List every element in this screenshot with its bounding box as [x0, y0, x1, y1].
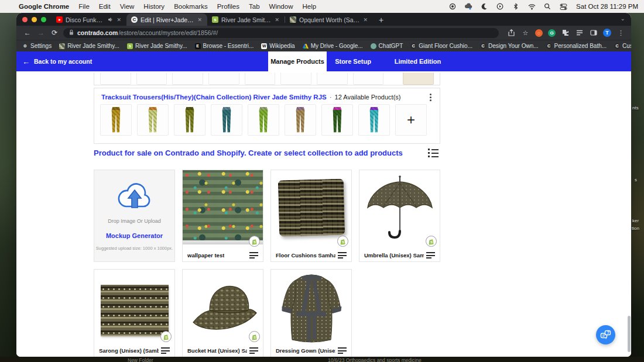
- trouser-thumbnail-4[interactable]: [211, 104, 242, 136]
- trouser-thumbnail-1[interactable]: [100, 104, 132, 136]
- trouser-thumbnail-3[interactable]: [174, 104, 205, 136]
- product-card-bucket-hat[interactable]: S Bucket Hat (Unisex) Sa...: [182, 269, 263, 357]
- do-not-disturb-moon-icon[interactable]: [480, 2, 488, 11]
- minimize-window-button[interactable]: [32, 17, 37, 22]
- reload-button[interactable]: ⟳: [50, 29, 60, 37]
- new-tab-button[interactable]: +: [373, 15, 389, 26]
- menu-window[interactable]: Window: [269, 3, 293, 10]
- zoom-window-button[interactable]: [41, 17, 46, 22]
- reading-list-icon[interactable]: [575, 29, 584, 37]
- tab-audio-icon[interactable]: [108, 16, 113, 23]
- bluetooth-icon[interactable]: [512, 2, 520, 11]
- close-tab-icon[interactable]: ✕: [197, 17, 203, 23]
- product-card-umbrella[interactable]: S Umbrella (Unisex) Samh...: [359, 170, 440, 262]
- spotlight-search-icon[interactable]: [543, 2, 551, 11]
- close-window-button[interactable]: [22, 17, 28, 22]
- menu-help[interactable]: Help: [302, 3, 316, 10]
- side-panel-icon[interactable]: [589, 29, 598, 37]
- menu-view[interactable]: View: [120, 3, 135, 10]
- bookmark-settings[interactable]: ⚙Settings: [22, 43, 52, 49]
- product-thumbnail[interactable]: [353, 73, 384, 85]
- product-thumbnail[interactable]: [245, 73, 276, 85]
- bookmark-river-jade-smithy-shopify[interactable]: sRiver Jade Smithy...: [127, 43, 187, 49]
- back-button[interactable]: ←: [22, 29, 32, 37]
- share-icon[interactable]: [507, 29, 516, 37]
- extensions-puzzle-icon[interactable]: [561, 29, 570, 37]
- bookmark-my-drive[interactable]: My Drive - Google...: [303, 43, 363, 49]
- record-icon[interactable]: [448, 2, 457, 11]
- browser-menu-kebab-icon[interactable]: ⋮: [616, 29, 625, 37]
- menu-bookmarks[interactable]: Bookmarks: [174, 3, 208, 10]
- tab-river-jade-smithy-collection[interactable]: s River Jade Smithy - Collection ✕: [207, 13, 285, 26]
- tab-limited-edition[interactable]: Limited Edition: [384, 51, 451, 71]
- page-scrollbar-thumb[interactable]: [628, 316, 631, 352]
- bookmark-river-jade-smithy[interactable]: River Jade Smithy...: [59, 43, 119, 49]
- trousers-image: [256, 107, 272, 133]
- trouser-thumbnail-5[interactable]: [248, 104, 279, 136]
- wifi-icon[interactable]: [527, 2, 536, 11]
- collection-title-link[interactable]: Tracksuit Trousers(His/They)(Chain Colle…: [101, 94, 327, 101]
- tab-disco-funky-house[interactable]: Disco Funky House 2022 ✕: [52, 13, 126, 26]
- product-menu-icon[interactable]: [161, 347, 170, 354]
- product-thumbnail-selected[interactable]: [403, 73, 434, 85]
- bookmark-custom-sarongs[interactable]: CCustom Sarongs P...: [614, 43, 631, 49]
- collection-menu-kebab-icon[interactable]: [427, 94, 434, 101]
- product-card-wallpaper-test[interactable]: S wallpaper test: [182, 170, 263, 262]
- menu-file[interactable]: File: [78, 3, 90, 10]
- profile-avatar[interactable]: T: [603, 29, 611, 37]
- bookmark-personalized-bath[interactable]: CPersonalized Bath...: [546, 43, 607, 49]
- product-menu-icon[interactable]: [338, 252, 347, 258]
- product-card-sarong[interactable]: S Sarong (Unisex) (Samba...: [94, 269, 175, 357]
- forward-button[interactable]: →: [36, 29, 46, 37]
- product-menu-icon[interactable]: [338, 347, 347, 354]
- control-center-icon[interactable]: [559, 2, 567, 11]
- menu-app-name[interactable]: Google Chrome: [19, 3, 69, 10]
- product-thumbnail[interactable]: [317, 73, 348, 85]
- close-tab-icon[interactable]: ✕: [116, 17, 122, 23]
- menu-tab[interactable]: Tab: [249, 3, 260, 10]
- bookmark-star-icon[interactable]: ☆: [521, 29, 530, 37]
- menu-profiles[interactable]: Profiles: [217, 3, 239, 10]
- bookmark-wikipedia[interactable]: WWikipedia: [261, 43, 294, 49]
- play-circle-icon[interactable]: [496, 2, 504, 11]
- bookmark-browse-essentri[interactable]: EBrowse - Essentri...: [195, 43, 254, 49]
- product-thumbnail[interactable]: [280, 73, 311, 85]
- product-thumbnail[interactable]: [208, 73, 239, 85]
- menu-edit[interactable]: Edit: [99, 3, 111, 10]
- menu-history[interactable]: History: [143, 3, 165, 10]
- product-thumbnail[interactable]: [136, 73, 167, 85]
- trouser-thumbnail-6[interactable]: [285, 104, 316, 136]
- tab-manage-products[interactable]: Manage Products: [268, 51, 327, 71]
- tab-edit-river-jade-smithy[interactable]: C Edit | River+Jade+Smithy ✕: [126, 13, 207, 26]
- back-to-my-account-link[interactable]: ← Back to my account: [22, 51, 92, 71]
- address-bar[interactable]: contrado.com/estore/account/mystore/edit…: [63, 28, 499, 38]
- mockup-generator-link[interactable]: Mockup Generator: [106, 232, 163, 239]
- menu-bar-clock[interactable]: Sat Oct 28 11:29 PM: [576, 3, 638, 10]
- chevron-down-icon[interactable]: ⌄: [621, 15, 625, 22]
- tab-opqulent-worth[interactable]: Opqulent Worth (Samhain Dre ✕: [285, 13, 373, 26]
- product-menu-icon[interactable]: [426, 252, 435, 258]
- bookmark-giant-floor-cushions[interactable]: CGiant Floor Cushio...: [410, 43, 472, 49]
- macos-menu-bar: Google Chrome File Edit View History Boo…: [0, 0, 644, 13]
- product-menu-icon[interactable]: [249, 347, 258, 354]
- mockup-generator-card[interactable]: Drop Image Or Upload Mockup Generator Su…: [94, 170, 175, 262]
- product-thumbnail[interactable]: [100, 73, 131, 85]
- close-tab-icon[interactable]: ✕: [362, 17, 368, 23]
- extension-orange-icon[interactable]: ◌: [535, 29, 543, 37]
- bookmark-chatgpt[interactable]: ChatGPT: [371, 43, 403, 49]
- extension-green-icon[interactable]: G: [548, 29, 556, 37]
- tab-store-setup[interactable]: Store Setup: [327, 51, 379, 71]
- product-card-dressing-gown[interactable]: Dressing Gown (Unisex)...: [270, 269, 352, 357]
- bookmark-design-your-own[interactable]: CDesign Your Own...: [480, 43, 539, 49]
- trouser-thumbnail-8[interactable]: [358, 104, 390, 136]
- cloud-status-icon[interactable]: [464, 2, 472, 11]
- add-product-tile[interactable]: +: [395, 104, 427, 136]
- product-card-floor-cushions[interactable]: S Floor Cushions Samhai...: [270, 170, 352, 262]
- product-menu-icon[interactable]: [249, 252, 258, 258]
- live-chat-button[interactable]: ?: [596, 325, 615, 344]
- list-view-icon[interactable]: [428, 149, 439, 157]
- trouser-thumbnail-2[interactable]: [137, 104, 169, 136]
- close-tab-icon[interactable]: ✕: [274, 17, 280, 23]
- trouser-thumbnail-7[interactable]: [321, 104, 353, 136]
- product-thumbnail[interactable]: [172, 73, 203, 85]
